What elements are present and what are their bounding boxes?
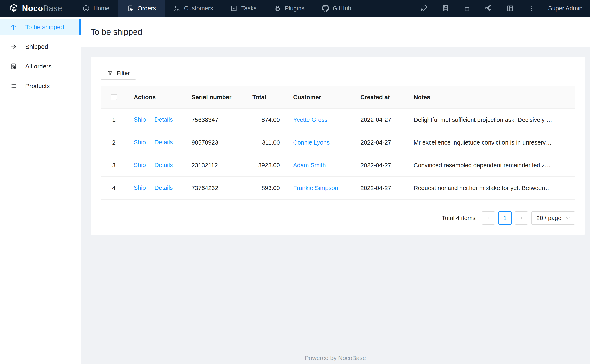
select-all-cell <box>101 94 127 100</box>
page-header: To be shipped <box>81 17 590 47</box>
customer-cell: Yvette Gross <box>286 117 354 123</box>
github-icon <box>322 5 329 12</box>
highlighter-icon <box>420 5 428 12</box>
details-link[interactable]: Details <box>154 162 173 168</box>
details-link[interactable]: Details <box>154 116 173 123</box>
sidebar-item-shipped[interactable]: Shipped <box>0 39 81 55</box>
table-row: 4 ShipDetails 73764232 893.00 Frankie Si… <box>101 177 575 200</box>
nav-item-plugins[interactable]: Plugins <box>265 0 313 17</box>
nav-item-home[interactable]: Home <box>74 0 118 17</box>
customer-link[interactable]: Yvette Gross <box>293 117 327 123</box>
pagination-next-button[interactable] <box>515 211 528 225</box>
created-at-cell: 2022-04-27 <box>354 185 407 192</box>
page-size-value: 20 / page <box>536 215 561 221</box>
user-menu[interactable]: Super Admin <box>548 5 583 12</box>
column-header-created-at: Created at <box>354 94 407 101</box>
row-actions: ShipDetails <box>127 139 185 146</box>
details-link[interactable]: Details <box>154 184 173 191</box>
content-area: Filter Actions Serial number Total Custo… <box>81 47 590 234</box>
select-all-checkbox[interactable] <box>111 94 117 100</box>
table-row: 1 ShipDetails 75638347 874.00 Yvette Gro… <box>101 109 575 131</box>
row-index: 4 <box>101 185 127 192</box>
nav-item-github[interactable]: GitHub <box>313 0 360 17</box>
created-at-cell: 2022-04-27 <box>354 139 407 146</box>
pagination-page-1[interactable]: 1 <box>498 211 511 225</box>
column-header-notes: Notes <box>407 94 559 101</box>
nocobase-logo[interactable]: NocoBase <box>0 0 68 17</box>
pagination-total: Total 4 items <box>442 215 476 221</box>
nav-item-orders[interactable]: Orders <box>118 0 165 17</box>
collections-button[interactable] <box>435 0 456 17</box>
customer-cell: Connie Lyons <box>286 139 354 146</box>
arrow-right-icon <box>10 43 17 50</box>
more-menu-button[interactable] <box>521 0 542 17</box>
page-size-select[interactable]: 20 / page <box>531 211 575 225</box>
action-divider <box>150 162 150 169</box>
chevron-down-icon <box>566 216 570 220</box>
table-row: 3 ShipDetails 23132112 3923.00 Adam Smit… <box>101 154 575 177</box>
order-document-icon <box>127 5 134 12</box>
sidebar-item-to-be-shipped[interactable]: To be shipped <box>0 19 81 35</box>
footer-text: Powered by <box>305 355 338 361</box>
customer-cell: Adam Smith <box>286 162 354 169</box>
customer-cell: Frankie Simpson <box>286 185 354 192</box>
arrow-up-icon <box>10 24 17 31</box>
column-header-customer: Customer <box>286 94 354 101</box>
nav-item-label: Orders <box>138 5 156 12</box>
permissions-button[interactable] <box>456 0 478 17</box>
ui-editor-button[interactable] <box>413 0 435 17</box>
ship-link[interactable]: Ship <box>134 116 146 123</box>
notes-cell: Convinced resembled dependent remainder … <box>407 162 559 169</box>
sidebar-item-label: All orders <box>25 63 52 70</box>
column-header-total: Total <box>246 94 286 101</box>
details-link[interactable]: Details <box>154 139 173 146</box>
nav-right-actions: Super Admin <box>413 0 590 17</box>
vertical-ellipsis-icon <box>528 5 535 12</box>
ship-link[interactable]: Ship <box>134 162 146 168</box>
orders-card: Filter Actions Serial number Total Custo… <box>91 57 585 234</box>
workflow-button[interactable] <box>478 0 499 17</box>
nav-item-label: Home <box>93 5 109 12</box>
filter-button[interactable]: Filter <box>101 67 136 80</box>
pagination-prev-button[interactable] <box>482 211 495 225</box>
row-index: 2 <box>101 139 127 146</box>
notes-cell: Delightful met sufficient projection ask… <box>407 117 559 123</box>
ship-link[interactable]: Ship <box>134 184 146 191</box>
customers-icon <box>173 5 180 12</box>
sidebar-item-label: To be shipped <box>25 24 64 31</box>
chevron-left-icon <box>486 216 491 220</box>
row-index: 3 <box>101 162 127 169</box>
nav-item-label: Tasks <box>241 5 257 12</box>
orders-table: Actions Serial number Total Customer Cre… <box>101 86 575 200</box>
serial-number-cell: 23132112 <box>185 162 246 169</box>
sidebar: To be shipped Shipped All orders <box>0 17 81 364</box>
nocobase-footer-link[interactable]: NocoBase <box>338 355 366 361</box>
customer-link[interactable]: Frankie Simpson <box>293 185 338 191</box>
org-chart-icon <box>485 5 492 12</box>
action-divider <box>150 117 150 123</box>
layout-button[interactable] <box>499 0 521 17</box>
nav-item-customers[interactable]: Customers <box>165 0 222 17</box>
page-title: To be shipped <box>91 27 142 37</box>
total-cell: 311.00 <box>246 139 286 146</box>
check-square-icon <box>230 5 238 12</box>
sidebar-item-all-orders[interactable]: All orders <box>0 58 81 74</box>
smile-icon <box>83 5 90 12</box>
filter-funnel-icon <box>107 70 113 76</box>
lock-icon <box>463 5 471 12</box>
table-row: 2 ShipDetails 98570923 311.00 Connie Lyo… <box>101 131 575 154</box>
created-at-cell: 2022-04-27 <box>354 117 407 123</box>
ship-link[interactable]: Ship <box>134 139 146 146</box>
nav-item-label: GitHub <box>333 5 351 12</box>
cube-logo-icon <box>9 4 19 13</box>
sidebar-item-label: Shipped <box>25 43 48 50</box>
customer-link[interactable]: Connie Lyons <box>293 139 330 146</box>
android-robot-icon <box>274 5 281 12</box>
sidebar-item-products[interactable]: Products <box>0 78 81 94</box>
serial-number-cell: 75638347 <box>185 117 246 123</box>
layout-panel-icon <box>506 5 514 12</box>
customer-link[interactable]: Adam Smith <box>293 162 326 169</box>
total-cell: 893.00 <box>246 185 286 192</box>
nav-item-tasks[interactable]: Tasks <box>222 0 265 17</box>
pagination: Total 4 items 1 <box>101 211 575 225</box>
